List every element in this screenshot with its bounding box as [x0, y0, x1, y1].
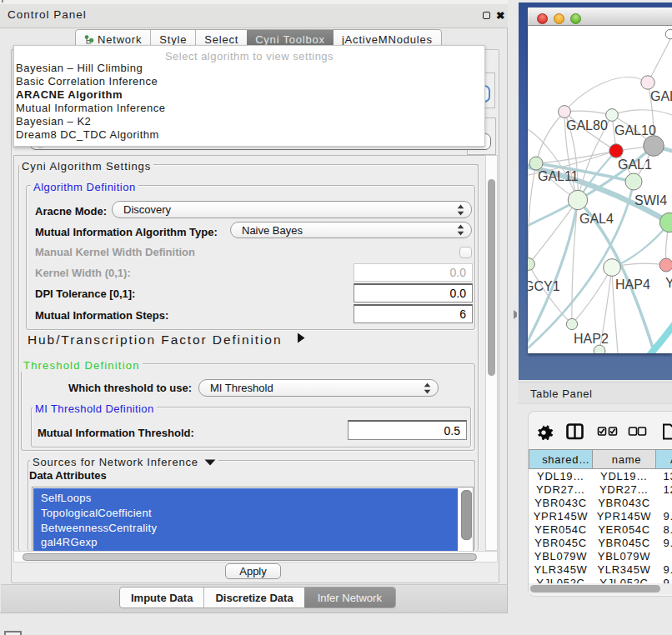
svg-text:Y: Y [665, 276, 672, 290]
svg-text:GAL: GAL [650, 89, 672, 103]
svg-text:SWI4: SWI4 [634, 193, 667, 208]
svg-text:GAL10: GAL10 [614, 123, 656, 138]
svg-text:HAP4: HAP4 [615, 278, 650, 292]
svg-text:GAL11: GAL11 [538, 169, 579, 183]
svg-text:GAL4: GAL4 [579, 212, 614, 226]
svg-text:GAL80: GAL80 [566, 118, 608, 132]
svg-text:GAL1: GAL1 [618, 158, 652, 172]
svg-text:HAP2: HAP2 [574, 332, 609, 346]
svg-text:GCY1: GCY1 [528, 279, 560, 293]
